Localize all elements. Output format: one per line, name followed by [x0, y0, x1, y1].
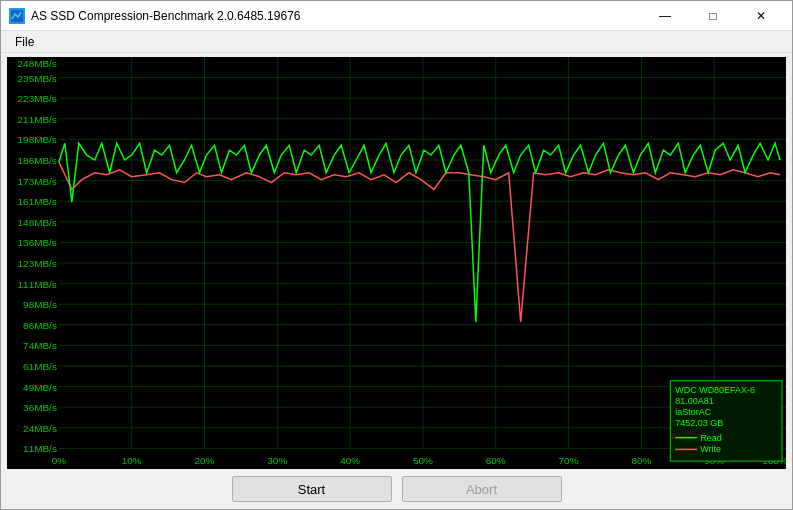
svg-text:Write: Write	[700, 444, 721, 454]
svg-text:11MB/s: 11MB/s	[23, 443, 57, 454]
svg-text:198MB/s: 198MB/s	[18, 134, 57, 145]
svg-text:20%: 20%	[195, 455, 215, 466]
svg-text:0%: 0%	[52, 455, 67, 466]
svg-text:61MB/s: 61MB/s	[23, 361, 57, 372]
minimize-button[interactable]: —	[642, 1, 688, 31]
svg-text:80%: 80%	[631, 455, 651, 466]
svg-text:81.00A81: 81.00A81	[675, 396, 713, 406]
window-controls: — □ ✕	[642, 1, 784, 31]
maximize-button[interactable]: □	[690, 1, 736, 31]
svg-text:235MB/s: 235MB/s	[18, 73, 57, 84]
svg-text:211MB/s: 211MB/s	[18, 114, 57, 125]
svg-text:161MB/s: 161MB/s	[18, 196, 57, 207]
chart-svg: 11MB/s 24MB/s 36MB/s 49MB/s 61MB/s 74MB/…	[7, 57, 786, 469]
svg-text:60%: 60%	[486, 455, 506, 466]
close-button[interactable]: ✕	[738, 1, 784, 31]
svg-text:30%: 30%	[267, 455, 287, 466]
window-title: AS SSD Compression-Benchmark 2.0.6485.19…	[31, 9, 642, 23]
svg-text:36MB/s: 36MB/s	[23, 402, 57, 413]
title-bar: AS SSD Compression-Benchmark 2.0.6485.19…	[1, 1, 792, 31]
svg-text:10%: 10%	[122, 455, 142, 466]
svg-text:70%: 70%	[559, 455, 579, 466]
svg-text:123MB/s: 123MB/s	[18, 258, 57, 269]
start-button[interactable]: Start	[232, 476, 392, 502]
svg-text:186MB/s: 186MB/s	[18, 155, 57, 166]
svg-text:173MB/s: 173MB/s	[18, 176, 57, 187]
main-window: AS SSD Compression-Benchmark 2.0.6485.19…	[0, 0, 793, 510]
svg-text:148MB/s: 148MB/s	[18, 217, 57, 228]
menu-bar: File	[1, 31, 792, 53]
menu-file[interactable]: File	[7, 33, 42, 51]
svg-text:iaStorAC: iaStorAC	[675, 407, 711, 417]
svg-text:24MB/s: 24MB/s	[23, 423, 57, 434]
svg-text:111MB/s: 111MB/s	[18, 279, 57, 290]
bottom-bar: Start Abort	[1, 469, 792, 509]
svg-text:WDC WD80EFAX-6: WDC WD80EFAX-6	[675, 386, 755, 396]
svg-text:223MB/s: 223MB/s	[18, 93, 57, 104]
svg-text:98MB/s: 98MB/s	[23, 299, 57, 310]
svg-text:86MB/s: 86MB/s	[23, 320, 57, 331]
svg-text:74MB/s: 74MB/s	[23, 340, 57, 351]
svg-text:Read: Read	[700, 433, 721, 443]
app-icon	[9, 8, 25, 24]
svg-text:40%: 40%	[340, 455, 360, 466]
svg-text:248MB/s: 248MB/s	[18, 58, 57, 69]
svg-text:49MB/s: 49MB/s	[23, 382, 57, 393]
abort-button[interactable]: Abort	[402, 476, 562, 502]
chart-area: 11MB/s 24MB/s 36MB/s 49MB/s 61MB/s 74MB/…	[7, 57, 786, 469]
svg-text:136MB/s: 136MB/s	[18, 237, 57, 248]
svg-text:50%: 50%	[413, 455, 433, 466]
svg-text:7452.03 GB: 7452.03 GB	[675, 418, 723, 428]
